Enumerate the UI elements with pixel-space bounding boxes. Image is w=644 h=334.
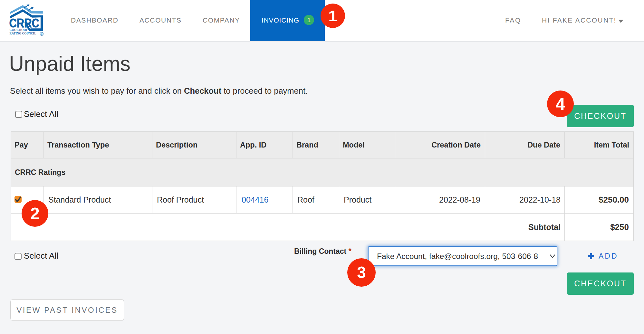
svg-text:CRRC: CRRC	[9, 16, 40, 30]
svg-text:RATING COUNCIL: RATING COUNCIL	[10, 32, 36, 35]
svg-text:COOL ROOF: COOL ROOF	[10, 28, 28, 32]
svg-text:R: R	[41, 33, 43, 35]
